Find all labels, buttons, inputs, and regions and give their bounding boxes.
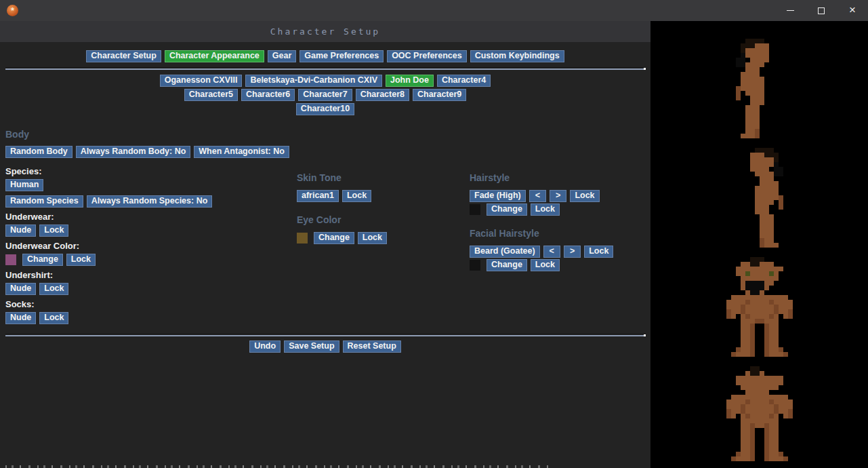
facial-hair-color-lock-button[interactable]: Lock <box>531 259 560 271</box>
separator-top <box>5 69 646 70</box>
character-button[interactable]: Character9 <box>413 89 466 101</box>
character-button[interactable]: Oganesson CXVIII <box>160 75 243 87</box>
preview-side-left <box>722 39 798 138</box>
character-row: Character10 <box>0 103 650 115</box>
body-column: Species: Human Random Species Always Ran… <box>0 162 297 328</box>
tab-custom-keybindings[interactable]: Custom Keybindings <box>470 50 564 62</box>
reset-setup-button[interactable]: Reset Setup <box>343 340 401 353</box>
hair-color-change-button[interactable]: Change <box>487 203 527 216</box>
hairstyle-lock-button[interactable]: Lock <box>570 190 599 202</box>
undo-button[interactable]: Undo <box>249 340 281 353</box>
character-button[interactable]: Character5 <box>184 89 238 101</box>
skin-tone-value-button[interactable]: african1 <box>297 190 339 202</box>
species-value-button[interactable]: Human <box>5 179 43 191</box>
socks-lock-button[interactable]: Lock <box>39 312 68 324</box>
undershirt-label: Undershirt: <box>5 270 297 280</box>
character-selector: Oganesson CXVIII Beletskaya-Dvi-Carbanio… <box>0 75 650 115</box>
undershirt-lock-button[interactable]: Lock <box>39 283 68 295</box>
character-button[interactable]: Character7 <box>298 89 352 101</box>
when-antagonist-button[interactable]: When Antagonist: No <box>194 146 289 158</box>
facial-hairstyle-value-button[interactable]: Beard (Goatee) <box>470 246 540 258</box>
hairstyle-title: Hairstyle <box>470 172 650 183</box>
socks-value-button[interactable]: Nude <box>5 312 36 324</box>
tab-bar: Character Setup Character Appearance Gea… <box>0 50 650 62</box>
eye-color-lock-button[interactable]: Lock <box>358 232 387 244</box>
page-header: Character Setup <box>0 21 650 42</box>
facial-hairstyle-next-button[interactable]: > <box>564 246 581 258</box>
skin-eye-column: Skin Tone african1 Lock Eye Color Change… <box>297 162 470 328</box>
character-row: Character5 Character6 Character7 Charact… <box>0 89 650 101</box>
underwear-color-label: Underwear Color: <box>5 241 297 251</box>
character-button[interactable]: Character4 <box>437 75 491 87</box>
underwear-lock-button[interactable]: Lock <box>39 225 68 237</box>
skin-tone-lock-button[interactable]: Lock <box>342 190 371 202</box>
hairstyle-next-button[interactable]: > <box>550 190 566 202</box>
close-icon: × <box>849 4 856 16</box>
facial-hair-color-swatch <box>470 260 480 271</box>
tab-gear[interactable]: Gear <box>268 50 297 62</box>
tab-character-appearance[interactable]: Character Appearance <box>165 50 264 62</box>
underwear-value-button[interactable]: Nude <box>5 225 36 237</box>
facial-hair-color-change-button[interactable]: Change <box>487 259 527 271</box>
page-title: Character Setup <box>270 26 380 37</box>
character-preview-panel <box>650 21 868 468</box>
hairstyle-prev-button[interactable]: < <box>529 190 546 202</box>
underwear-color-change-button[interactable]: Change <box>22 254 63 266</box>
facial-hairstyle-prev-button[interactable]: < <box>543 246 560 258</box>
tab-ooc-preferences[interactable]: OOC Preferences <box>387 50 467 62</box>
tab-character-setup[interactable]: Character Setup <box>86 50 161 62</box>
app-window: * × Character Setup Character Setup Char… <box>0 0 868 468</box>
appearance-columns: Species: Human Random Species Always Ran… <box>0 162 650 328</box>
facial-hairstyle-title: Facial Hairstyle <box>470 228 650 239</box>
character-button[interactable]: Character10 <box>296 103 354 115</box>
close-button[interactable]: × <box>837 0 868 21</box>
skin-tone-title: Skin Tone <box>297 172 470 183</box>
app-logo-icon: * <box>7 5 18 16</box>
hair-column: Hairstyle Fade (High) < > Lock Change Lo… <box>470 162 650 328</box>
preview-front <box>722 257 798 357</box>
underwear-color-swatch <box>5 254 16 265</box>
hair-color-lock-button[interactable]: Lock <box>531 203 560 216</box>
clipped-bottom-text <box>5 465 549 468</box>
tab-game-preferences[interactable]: Game Preferences <box>299 50 384 62</box>
eye-color-change-button[interactable]: Change <box>314 232 354 244</box>
minimize-icon <box>787 10 794 11</box>
character-button-active[interactable]: John Doe <box>386 75 434 87</box>
socks-label: Socks: <box>5 299 297 309</box>
always-random-species-button[interactable]: Always Random Species: No <box>87 195 213 208</box>
body-random-row: Random Body Always Random Body: No When … <box>5 146 650 158</box>
separator-bottom <box>5 335 646 336</box>
eye-color-title: Eye Color <box>297 214 470 225</box>
save-setup-button[interactable]: Save Setup <box>284 340 339 353</box>
preview-back <box>722 366 798 466</box>
underwear-label: Underwear: <box>5 212 297 222</box>
character-button[interactable]: Beletskaya-Dvi-Carbanion CXIV <box>245 75 382 87</box>
character-button[interactable]: Character8 <box>356 89 409 101</box>
body-section-title: Body <box>5 129 650 140</box>
hair-color-swatch <box>470 204 480 215</box>
facial-hairstyle-lock-button[interactable]: Lock <box>584 246 613 258</box>
window-titlebar: * × <box>0 0 868 21</box>
eye-color-swatch <box>297 233 308 243</box>
random-species-button[interactable]: Random Species <box>5 195 83 208</box>
undershirt-value-button[interactable]: Nude <box>5 283 36 295</box>
minimize-button[interactable] <box>774 0 806 21</box>
preview-side-right <box>722 148 798 248</box>
main-pane: Character Setup Character Setup Characte… <box>0 21 650 468</box>
character-row: Oganesson CXVIII Beletskaya-Dvi-Carbanio… <box>0 75 650 87</box>
character-button[interactable]: Character6 <box>241 89 295 101</box>
always-random-body-button[interactable]: Always Random Body: No <box>76 146 191 158</box>
footer-buttons: Undo Save Setup Reset Setup <box>0 340 650 353</box>
maximize-button[interactable] <box>806 0 837 21</box>
maximize-icon <box>818 7 825 14</box>
underwear-color-lock-button[interactable]: Lock <box>66 254 96 266</box>
hairstyle-value-button[interactable]: Fade (High) <box>470 190 526 202</box>
species-label: Species: <box>5 166 297 176</box>
random-body-button[interactable]: Random Body <box>5 146 73 158</box>
